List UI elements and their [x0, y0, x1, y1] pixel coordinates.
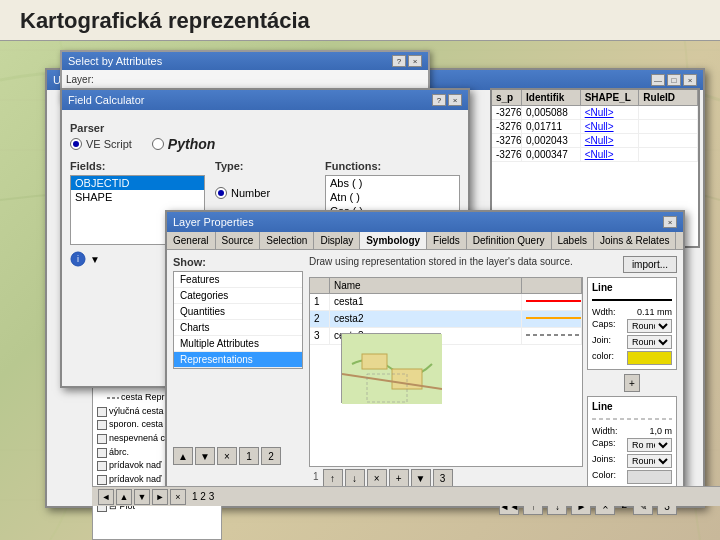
nav-prev-button[interactable]: ▲ — [116, 489, 132, 505]
caps-select[interactable]: Round — [627, 319, 672, 333]
tab-fields[interactable]: Fields — [427, 232, 467, 249]
rep-add-button[interactable]: + — [389, 469, 409, 487]
layer-nav-buttons: ▲ ▼ × 1 2 — [173, 447, 303, 465]
toc-checkbox[interactable] — [97, 475, 107, 485]
tab-symbology[interactable]: Symbology — [360, 232, 427, 249]
number-radio[interactable]: Number — [215, 187, 315, 199]
table-row[interactable]: 1 cesta1 — [310, 294, 582, 311]
sym-quantities[interactable]: Quantities — [174, 304, 302, 320]
symbology-type-list[interactable]: Features Categories Quantities Charts Mu… — [173, 271, 303, 369]
vbscript-radio[interactable]: VE Script — [70, 138, 132, 150]
toc-checkbox[interactable] — [97, 461, 107, 471]
table-row[interactable]: -32767 0,01711 <Null> — [492, 120, 698, 134]
line-width-row: Wdth: 0.11 mm — [592, 307, 672, 317]
parser-section: Parser VE Script Python — [70, 118, 460, 152]
table-row[interactable]: -32767 0,005088 <Null> — [492, 106, 698, 120]
toc-checkbox[interactable] — [97, 420, 107, 430]
attr-cell-identifik: 0,005088 — [522, 106, 581, 119]
table-row[interactable]: -32767 0,002043 <Null> — [492, 134, 698, 148]
tab-joins[interactable]: Joins & Relates — [594, 232, 676, 249]
list-item[interactable]: OBJECTID — [71, 176, 204, 190]
attr-cell-ruleid — [639, 134, 698, 147]
rep-page-indicator: 1 — [311, 469, 321, 487]
page-controls: ◄ ▲ ▼ ► × 1 2 3 — [96, 487, 216, 507]
arcmap-max-button[interactable]: □ — [667, 74, 681, 86]
python-radio-circle[interactable] — [152, 138, 164, 150]
list-item[interactable]: Abs ( ) — [326, 176, 459, 190]
layer-props-close-button[interactable]: × — [663, 216, 677, 228]
sym-representations[interactable]: Representations — [174, 352, 302, 368]
sym-multiple[interactable]: Multiple Attributes — [174, 336, 302, 352]
line-panel-2-preview — [592, 415, 672, 423]
table-row[interactable]: 2 cesta2 — [310, 311, 582, 328]
rep-cell-name: cesta1 — [330, 294, 522, 310]
expr-hint: ▼ — [90, 254, 100, 265]
color2-swatch[interactable] — [627, 470, 672, 484]
import-button[interactable]: import... — [623, 256, 677, 273]
arcmap-min-button[interactable]: — — [651, 74, 665, 86]
toc-checkbox[interactable] — [97, 434, 107, 444]
tab-source[interactable]: Source — [216, 232, 261, 249]
select-dialog-help-button[interactable]: ? — [392, 55, 406, 67]
join2-select[interactable]: Rounc — [627, 454, 672, 468]
caps2-select[interactable]: Ro me — [627, 438, 672, 452]
list-item[interactable]: Atn ( ) — [326, 190, 459, 204]
arcmap-close-button[interactable]: × — [683, 74, 697, 86]
table-row[interactable]: -32767 0,000347 <Null> — [492, 148, 698, 162]
toc-checkbox[interactable] — [97, 448, 107, 458]
nav-next-button[interactable]: ▼ — [134, 489, 150, 505]
color-swatch[interactable] — [627, 351, 672, 365]
vbscript-radio-circle[interactable] — [70, 138, 82, 150]
layer-props-tab-bar: General Source Selection Display Symbolo… — [167, 232, 683, 250]
sym-charts[interactable]: Charts — [174, 320, 302, 336]
layer-1-button[interactable]: 1 — [239, 447, 259, 465]
add-line-button[interactable]: + — [624, 374, 640, 392]
toc-checkbox[interactable] — [97, 407, 107, 417]
rep-cell-preview — [522, 328, 582, 344]
title-bar: Kartografická reprezentácia — [0, 0, 720, 41]
nav-x-button[interactable]: × — [170, 489, 186, 505]
show-label: Show: — [173, 256, 303, 268]
rep-col-name: Name — [330, 278, 522, 293]
draw-header: Draw using representation stored in the … — [309, 256, 677, 273]
sym-categories[interactable]: Categories — [174, 288, 302, 304]
toc-item-label: prídavok naď — [109, 460, 162, 472]
join-label: Join: — [592, 335, 611, 349]
rep-del-button[interactable]: × — [367, 469, 387, 487]
list-item[interactable]: SHAPE — [71, 190, 204, 204]
layer-x-button[interactable]: × — [217, 447, 237, 465]
attr-cell-shape: <Null> — [581, 134, 640, 147]
number-radio-circle[interactable] — [215, 187, 227, 199]
page-title: Kartografická reprezentácia — [20, 8, 310, 33]
rep-num-button[interactable]: 3 — [433, 469, 453, 487]
layer-2-button[interactable]: 2 — [261, 447, 281, 465]
tab-def-query[interactable]: Definition Query — [467, 232, 552, 249]
layer-down-button[interactable]: ▼ — [195, 447, 215, 465]
join-select[interactable]: Round — [627, 335, 672, 349]
field-calc-controls: ? × — [432, 94, 462, 106]
nav-first-button[interactable]: ◄ — [98, 489, 114, 505]
rep-down-button[interactable]: ↓ — [345, 469, 365, 487]
width-label: Wdth: — [592, 307, 616, 317]
select-dialog-close-button[interactable]: × — [408, 55, 422, 67]
field-calc-title-text: Field Calculator — [68, 94, 144, 106]
attr-cell-shape: <Null> — [581, 120, 640, 133]
sym-features[interactable]: Features — [174, 272, 302, 288]
rep-more-button[interactable]: ▼ — [411, 469, 431, 487]
select-dialog-title: Select by Attributes — [68, 55, 162, 67]
field-calc-close-button[interactable]: × — [448, 94, 462, 106]
python-radio[interactable]: Python — [152, 136, 215, 152]
field-calc-help-button[interactable]: ? — [432, 94, 446, 106]
tab-general[interactable]: General — [167, 232, 216, 249]
tab-display[interactable]: Display — [314, 232, 360, 249]
tab-labels[interactable]: Labels — [552, 232, 594, 249]
nav-last-button[interactable]: ► — [152, 489, 168, 505]
tab-selection[interactable]: Selection — [260, 232, 314, 249]
line-panel-1-preview — [592, 296, 672, 304]
draw-description: Draw using representation stored in the … — [309, 256, 573, 267]
field-calc-titlebar: Field Calculator ? × — [62, 90, 468, 110]
layer-up-button[interactable]: ▲ — [173, 447, 193, 465]
rep-up-button[interactable]: ↑ — [323, 469, 343, 487]
layer-properties-dialog[interactable]: Layer Properties × General Source Select… — [165, 210, 685, 490]
toc-item-label: ábrc. — [109, 447, 129, 459]
